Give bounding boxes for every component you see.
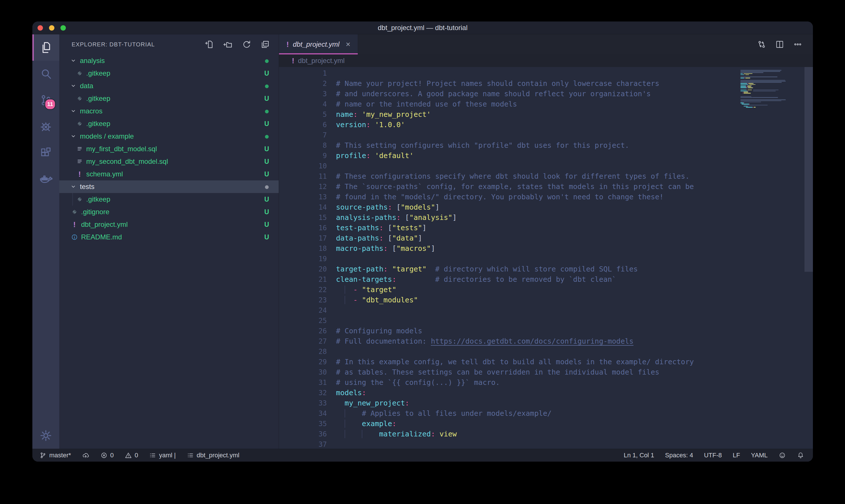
status-sync-changes[interactable] [82, 452, 89, 459]
chevron-down-icon [70, 57, 77, 64]
code-line-2: 2# Name your project! Project names shou… [279, 78, 813, 89]
new-file-icon[interactable] [204, 39, 214, 49]
activity-item-explorer[interactable] [32, 34, 59, 61]
status-label: 0 [110, 452, 114, 459]
zoom-window-button[interactable] [60, 25, 66, 31]
close-tab-icon[interactable]: × [346, 40, 350, 49]
line-number: 29 [279, 357, 327, 367]
collapse-folders-icon[interactable] [260, 39, 270, 49]
status-warning-count[interactable]: 0 [125, 452, 138, 459]
split-editor-icon[interactable] [775, 40, 784, 49]
sql-file-icon [76, 158, 83, 165]
activity-item-source-control[interactable]: 11 [32, 87, 59, 113]
git-untracked-badge: U [263, 170, 270, 178]
tree-folder-models-example[interactable]: models / example [59, 130, 279, 143]
tree-item-label: macros [80, 107, 103, 115]
status-yaml-schema-status[interactable]: dbt_project.yml [187, 452, 239, 459]
git-untracked-badge: U [263, 196, 270, 203]
docker-icon [39, 173, 52, 186]
tree-file-dbt-project-yml[interactable]: !dbt_project.ymlU [59, 218, 279, 231]
activity-item-extensions[interactable] [32, 140, 59, 166]
line-content: # found in the "models/" directory. You … [327, 192, 664, 202]
status-encoding[interactable]: UTF-8 [704, 452, 722, 459]
tree-folder-data[interactable]: data [59, 79, 279, 92]
line-content: source-paths: ["models"] [327, 202, 439, 213]
line-number: 26 [279, 326, 327, 336]
new-folder-icon[interactable] [223, 39, 233, 49]
git-untracked-badge: U [263, 70, 270, 77]
breadcrumb[interactable]: ! dbt_project.yml [279, 54, 813, 67]
status-error-count[interactable]: 0 [100, 452, 114, 459]
code-editor[interactable]: 12# Name your project! Project names sho… [279, 67, 813, 449]
git-untracked-badge: U [263, 145, 270, 153]
activity-item-docker[interactable] [32, 166, 59, 193]
status-notifications[interactable] [797, 452, 804, 459]
desktop-background: { "window": { "title": "dbt_project.yml … [0, 0, 845, 504]
line-number: 13 [279, 192, 327, 202]
git-untracked-badge: U [263, 221, 270, 229]
tree-file-readme-md[interactable]: README.mdU [59, 231, 279, 244]
status-feedback[interactable] [778, 452, 786, 459]
chevron-down-icon [70, 133, 77, 140]
refresh-explorer-icon[interactable] [242, 39, 251, 49]
tree-file--gitignore[interactable]: .gitignoreU [59, 205, 279, 218]
status-branch-status[interactable]: master* [39, 452, 71, 459]
tree-file--gitkeep[interactable]: .gitkeepU [59, 118, 279, 130]
cloud-upload-icon [82, 452, 89, 459]
tree-item-label: my_first_dbt_model.sql [86, 145, 157, 153]
tab-bar: ! dbt_project.yml × [279, 34, 813, 54]
tree-file--gitkeep[interactable]: .gitkeepU [59, 92, 279, 105]
status-bar-right: Ln 1, Col 1Spaces: 4UTF-8LFYAML [624, 452, 804, 459]
scrollbar-thumb[interactable] [805, 67, 813, 272]
close-window-button[interactable] [37, 25, 43, 31]
line-content: # as tables. These settings can be overr… [327, 367, 659, 377]
explorer-sidebar: EXPLORER: DBT-TUTORIAL analysis.gitkeepU… [59, 34, 279, 449]
tree-item-label: schema.yml [86, 170, 123, 178]
line-content: materialized: view [327, 429, 457, 439]
code-line-35: 35 example: [279, 419, 813, 429]
tree-folder-tests[interactable]: tests [59, 180, 279, 193]
status-indentation-setting[interactable]: Spaces: 4 [665, 452, 693, 459]
activity-item-manage[interactable] [32, 422, 59, 449]
line-content [327, 161, 336, 171]
tree-folder-macros[interactable]: macros [59, 105, 279, 118]
minimize-window-button[interactable] [49, 25, 54, 31]
activity-item-run-and-debug[interactable] [32, 113, 59, 140]
git-modified-dot-badge [263, 57, 270, 65]
tab-dbt-project-yml[interactable]: ! dbt_project.yml × [279, 34, 358, 54]
status-cursor-position[interactable]: Ln 1, Col 1 [624, 452, 654, 459]
line-number: 2 [279, 78, 327, 89]
tree-item-label: .gitignore [81, 208, 109, 216]
line-number: 7 [279, 130, 327, 140]
tree-item-label: .gitkeep [86, 195, 110, 203]
git-modified-dot-badge [263, 82, 270, 90]
line-content: test-paths: ["tests"] [327, 223, 427, 233]
tree-folder-analysis[interactable]: analysis [59, 54, 279, 67]
status-bar-left: master*00yaml |dbt_project.yml [39, 452, 239, 459]
more-actions-icon[interactable] [793, 40, 802, 49]
status-language-mode[interactable]: YAML [751, 452, 768, 459]
tree-file--gitkeep[interactable]: .gitkeepU [59, 193, 279, 205]
open-changes-icon[interactable] [757, 40, 766, 49]
status-label: UTF-8 [704, 452, 722, 459]
line-content [327, 346, 336, 357]
tree-file-my-second-dbt-model-sql[interactable]: my_second_dbt_model.sqlU [59, 155, 279, 168]
bell-icon [797, 452, 804, 459]
tree-file-my-first-dbt-model-sql[interactable]: my_first_dbt_model.sqlU [59, 143, 279, 155]
line-number: 28 [279, 346, 327, 357]
line-content: name: 'my_new_project' [327, 109, 431, 120]
status-yaml-extension-status[interactable]: yaml | [149, 452, 176, 459]
status-eol-setting[interactable]: LF [733, 452, 740, 459]
window-titlebar[interactable]: dbt_project.yml — dbt-tutorial [32, 21, 813, 34]
tree-item-label: models / example [80, 132, 134, 140]
line-content: - "dbt_modules" [327, 295, 418, 305]
minimap[interactable] [740, 69, 791, 109]
line-content [327, 316, 336, 326]
tree-file--gitkeep[interactable]: .gitkeepU [59, 67, 279, 79]
code-line-27: 27# Full documentation: https://docs.get… [279, 336, 813, 346]
line-number: 23 [279, 295, 327, 305]
activity-item-search[interactable] [32, 61, 59, 87]
git-file-icon [76, 95, 83, 102]
line-number: 22 [279, 285, 327, 295]
tree-file-schema-yml[interactable]: !schema.ymlU [59, 168, 279, 180]
